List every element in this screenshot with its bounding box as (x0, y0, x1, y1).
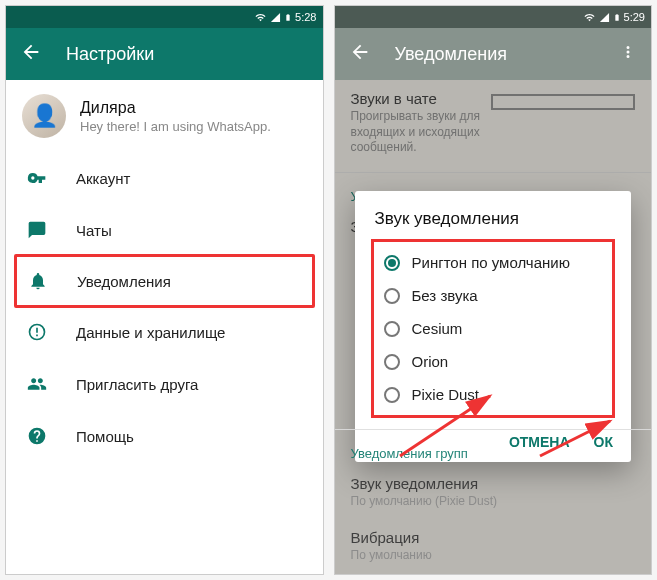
app-bar-title: Настройки (66, 44, 154, 65)
back-icon[interactable] (20, 41, 42, 68)
radio-label: Pixie Dust (412, 386, 480, 403)
chat-icon (26, 220, 48, 240)
radio-icon (384, 321, 400, 337)
battery-icon (284, 11, 292, 24)
wifi-icon (254, 12, 267, 23)
row-title: Вибрация (351, 529, 636, 546)
phone-right: 5:29 Уведомления Звуки в чате Проигрыват… (334, 5, 653, 575)
radio-option-none[interactable]: Без звука (378, 279, 609, 312)
phone-left: 5:28 Настройки 👤 Диляра Hey there! I am … (5, 5, 324, 575)
radio-option-default[interactable]: Рингтон по умолчанию (378, 246, 609, 279)
radio-icon (384, 288, 400, 304)
profile-status: Hey there! I am using WhatsApp. (80, 119, 271, 134)
help-icon (26, 426, 48, 446)
status-time: 5:28 (295, 11, 316, 23)
key-icon (26, 168, 48, 188)
profile-name: Диляра (80, 99, 271, 117)
menu-invite[interactable]: Пригласить друга (6, 358, 323, 410)
radio-label: Рингтон по умолчанию (412, 254, 570, 271)
app-bar: Настройки (6, 28, 323, 80)
row-subtitle: По умолчанию (Pixie Dust) (351, 494, 636, 510)
menu-notifications[interactable]: Уведомления (14, 254, 315, 308)
row-title: Звук уведомления (351, 475, 636, 492)
divider (335, 429, 652, 430)
radio-option-pixie[interactable]: Pixie Dust (378, 378, 609, 411)
radio-label: Orion (412, 353, 449, 370)
menu-chats[interactable]: Чаты (6, 204, 323, 256)
menu-data[interactable]: Данные и хранилище (6, 306, 323, 358)
people-icon (26, 374, 48, 394)
radio-group-highlight: Рингтон по умолчанию Без звука Cesium Or… (371, 239, 616, 418)
setting-row: Звук уведомления По умолчанию (Pixie Dus… (335, 465, 652, 520)
app-bar: Уведомления (335, 28, 652, 80)
radio-icon (384, 255, 400, 271)
battery-icon (613, 11, 621, 24)
back-icon (349, 41, 371, 68)
more-icon (619, 43, 637, 66)
setting-row: Вибрация По умолчанию (335, 519, 652, 574)
app-bar-title: Уведомления (395, 44, 508, 65)
row-subtitle: По умолчанию (351, 548, 636, 564)
menu-label: Уведомления (77, 273, 171, 290)
radio-option-cesium[interactable]: Cesium (378, 312, 609, 345)
signal-icon (599, 12, 610, 23)
group-header: Уведомления групп (335, 436, 652, 465)
radio-label: Cesium (412, 320, 463, 337)
status-bar: 5:29 (335, 6, 652, 28)
menu-account[interactable]: Аккаунт (6, 152, 323, 204)
data-icon (26, 322, 48, 342)
status-bar: 5:28 (6, 6, 323, 28)
menu-label: Пригласить друга (76, 376, 198, 393)
profile-row[interactable]: 👤 Диляра Hey there! I am using WhatsApp. (6, 80, 323, 152)
menu-label: Чаты (76, 222, 112, 239)
status-time: 5:29 (624, 11, 645, 23)
bell-icon (27, 271, 49, 291)
radio-option-orion[interactable]: Orion (378, 345, 609, 378)
avatar: 👤 (22, 94, 66, 138)
menu-help[interactable]: Помощь (6, 410, 323, 462)
menu-label: Помощь (76, 428, 134, 445)
menu-label: Данные и хранилище (76, 324, 225, 341)
wifi-icon (583, 12, 596, 23)
radio-label: Без звука (412, 287, 478, 304)
signal-icon (270, 12, 281, 23)
sound-dialog: Звук уведомления Рингтон по умолчанию Бе… (355, 191, 632, 462)
radio-icon (384, 354, 400, 370)
menu-label: Аккаунт (76, 170, 130, 187)
background-settings-bottom: Уведомления групп Звук уведомления По ум… (335, 423, 652, 574)
dialog-title: Звук уведомления (355, 209, 632, 239)
radio-icon (384, 387, 400, 403)
